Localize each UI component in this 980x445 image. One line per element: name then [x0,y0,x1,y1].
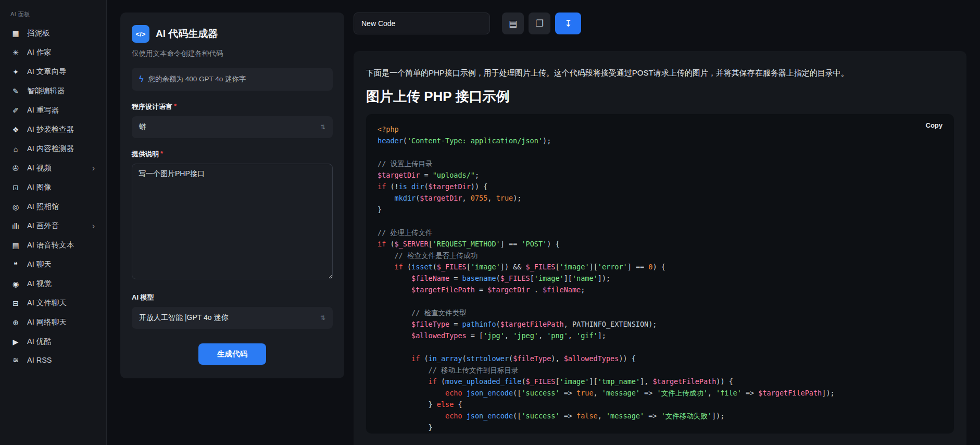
code-line: mkdir($targetDir, 0755, true); [378,192,943,204]
sidebar-item-label: AI 语音转文本 [27,240,98,250]
sidebar-item[interactable]: ⊕AI 网络聊天 [0,313,106,332]
sidebar-item-label: AI 视觉 [27,279,98,289]
code-title-input[interactable] [354,13,490,34]
code-line: <?php [378,123,943,135]
chevron-right-icon: › [92,164,98,173]
photo-studio-icon: ◎ [11,203,20,211]
code-block: Copy <?phpheader('Content-Type: applicat… [366,114,954,434]
sidebar-item-label: 挡泥板 [27,28,98,38]
code-line [378,341,943,353]
sidebar-item[interactable]: ✇AI 视频› [0,158,106,178]
article-wizard-icon: ✦ [11,68,20,76]
copy-icon: ❐ [535,18,543,29]
sidebar-item-label: AI 文件聊天 [27,298,98,308]
code-line: $fileType = pathinfo($targetFilePath, PA… [378,318,943,330]
code-line [378,295,943,307]
sidebar-item[interactable]: ▤AI 语音转文本 [0,236,106,255]
language-select[interactable]: 蟒 ⇅ [132,116,333,138]
sidebar-item[interactable]: ◎AI 照相馆 [0,197,106,216]
balance-text: 您的余额为 400 GPT 4o 迷你字 [148,75,246,84]
sidebar-item[interactable]: ⌂AI 内容检测器 [0,139,106,158]
sidebar-item[interactable]: ❝AI 聊天 [0,255,106,274]
sidebar-item[interactable]: ▶AI 优酷 [0,332,106,351]
file-chat-icon: ⊟ [11,299,20,307]
chevron-right-icon: › [92,221,98,231]
sidebar-item[interactable]: ▦挡泥板 [0,23,106,43]
code-content: <?phpheader('Content-Type: application/j… [378,123,943,433]
code-line [378,146,943,158]
sidebar-item[interactable]: ✳AI 作家 [0,43,106,62]
sidebar-item[interactable]: ≋AI RSS [0,351,106,369]
sidebar-item-label: AI 画外音 [27,221,85,231]
output-heading: 图片上传 PHP 接口示例 [366,88,954,106]
generator-title: AI 代码生成器 [156,27,218,41]
speech-to-text-icon: ▤ [11,241,20,250]
voiceover-icon: ıllı [11,222,20,230]
sidebar-item[interactable]: ❖AI 抄袭检查器 [0,120,106,139]
save-icon: ↧ [564,18,572,29]
content-detector-icon: ⌂ [11,145,20,153]
generate-code-button[interactable]: 生成代码 [198,343,266,365]
sidebar: AI 面板 ▦挡泥板✳AI 作家✦AI 文章向导✎智能编辑器✐AI 重写器❖AI… [0,0,107,445]
select-caret-icon: ⇅ [320,123,325,131]
generator-subtitle: 仅使用文本命令创建各种代码 [132,49,333,58]
smart-editor-icon: ✎ [11,87,20,95]
balance-banner: ϟ 您的余额为 400 GPT 4o 迷你字 [132,68,333,91]
plagiarism-checker-icon: ❖ [11,126,20,134]
code-line: // 检查文件是否上传成功 [378,250,943,261]
generator-panel: </> AI 代码生成器 仅使用文本命令创建各种代码 ϟ 您的余额为 400 G… [120,13,344,378]
video-icon: ✇ [11,164,20,172]
document-button[interactable]: ▤ [502,13,524,34]
model-select[interactable]: 开放人工智能 |GPT 4o 迷你 ⇅ [132,307,333,329]
sidebar-item-label: AI 网络聊天 [27,317,98,327]
copy-code-button[interactable]: Copy [926,121,943,129]
code-line: echo json_encode(['success' => false, 'm… [378,410,943,422]
sidebar-item-label: AI 照相馆 [27,202,98,212]
instructions-label: 提供说明* [132,150,333,159]
model-label: AI 模型 [132,293,333,302]
image-icon: ⊡ [11,183,20,192]
code-generator-icon: </> [132,25,149,43]
code-line: $targetDir = "uploads/"; [378,169,943,181]
sidebar-item[interactable]: ✦AI 文章向导 [0,62,106,81]
sidebar-item[interactable]: ⊟AI 文件聊天 [0,293,106,313]
code-line: if ($_SERVER['REQUEST_METHOD'] == 'POST'… [378,238,943,250]
code-line: if (!is_dir($targetDir)) { [378,181,943,192]
sidebar-item-label: 智能编辑器 [27,86,98,96]
code-line: header('Content-Type: application/json')… [378,135,943,146]
vision-icon: ◉ [11,280,20,288]
code-line: if (in_array(strtolower($fileType), $all… [378,353,943,364]
code-line: $allowedTypes = ['jpg', 'jpeg', 'png', '… [378,330,943,341]
sidebar-item[interactable]: ✎智能编辑器 [0,81,106,101]
rss-icon: ≋ [11,356,20,364]
dashboard-icon: ▦ [11,29,20,38]
output-toolbar-buttons: ▤❐↧ [502,13,581,34]
generator-header: </> AI 代码生成器 [132,25,333,43]
sidebar-item[interactable]: ⊡AI 图像 [0,178,106,197]
sidebar-item-label: AI 重写器 [27,105,98,115]
save-button[interactable]: ↧ [555,13,581,34]
sidebar-item[interactable]: ✐AI 重写器 [0,101,106,120]
document-icon: ▤ [509,18,517,29]
writer-icon: ✳ [11,48,20,57]
code-line: // 移动上传文件到目标目录 [378,364,943,376]
code-line: if (isset($_FILES['image']) && $_FILES['… [378,261,943,273]
copy-button[interactable]: ❐ [529,13,550,34]
output-description: 下面是一个简单的PHP接口示例，用于处理图片上传。这个代码段将接受通过POST请… [366,67,954,79]
sidebar-item-label: AI 聊天 [27,259,98,269]
language-label: 程序设计语言* [132,102,333,112]
sidebar-item-label: AI 文章向导 [27,67,98,77]
code-line: $targetFilePath = $targetDir . $fileName… [378,284,943,295]
lightning-icon: ϟ [139,75,143,84]
code-line [378,215,943,227]
sidebar-item[interactable]: ◉AI 视觉 [0,274,106,293]
sidebar-item[interactable]: ıllıAI 画外音› [0,216,106,236]
code-line: } [378,204,943,215]
sidebar-item-label: AI 图像 [27,182,98,192]
code-line: $fileName = basename($_FILES['image']['n… [378,273,943,284]
code-line: } else { [378,399,943,410]
code-line: // 设置上传目录 [378,158,943,169]
model-select-value: 开放人工智能 |GPT 4o 迷你 [139,313,228,323]
instructions-textarea[interactable]: 写一个图片PHP接口 [132,164,333,279]
sidebar-item-label: AI RSS [27,356,98,364]
